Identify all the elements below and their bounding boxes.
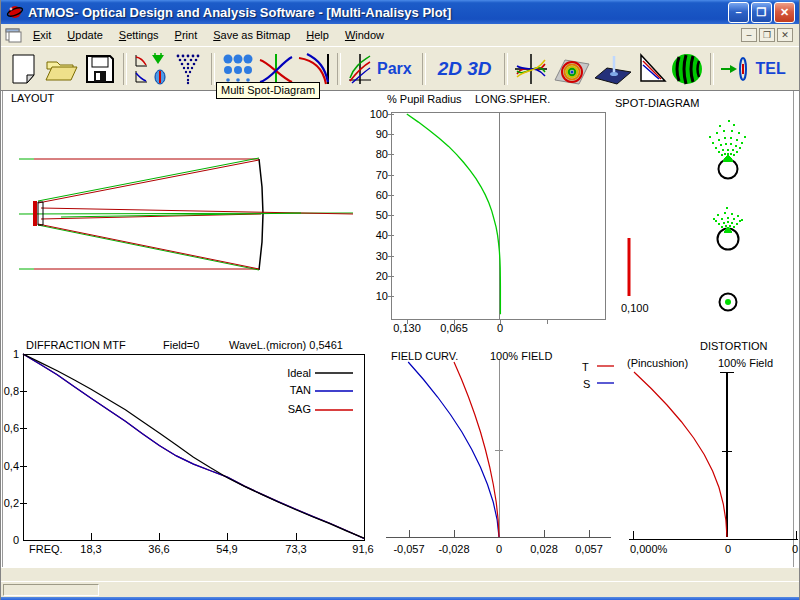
mtf-ytick: 1 [1,348,19,360]
tooltip-multi-spot-diagram: Multi Spot-Diagram [216,82,320,99]
scroll-strip [1,567,799,581]
mtf-ytick: 0 [1,534,19,546]
menu-exit[interactable]: Exit [25,26,59,44]
restore-button[interactable]: ❐ [751,2,772,23]
spot-fan-icon [175,53,201,85]
pupil-xtick: 0,065 [439,322,469,334]
toolbar-separator [211,53,215,85]
mtf-legend-sag: SAG [271,403,311,415]
new-document-button[interactable] [5,50,43,88]
distortion-xtick: 0,000% [630,543,667,555]
fieldcurv-xtick: 0 [494,543,504,555]
field-curves-icon [297,52,331,86]
fieldcurv-xtick: -0,028 [434,543,474,555]
pupil-xtick: 0,130 [392,322,422,334]
multi-spot-diagram-icon [220,52,256,86]
app-window: ATMOS- Optical Design and Analysis Softw… [0,0,800,600]
distortion-xtick: 0 [723,543,733,555]
fieldcurv-subtitle: 100% FIELD [490,350,552,362]
mtf-legend-ideal: Ideal [271,367,311,379]
mtf-xlabel: FREQ. [29,543,63,555]
menu-help[interactable]: Help [298,26,337,44]
multi-analysis-icon [133,52,167,86]
fieldcurv-legend-lines [597,366,614,383]
minimize-button[interactable]: – [728,2,749,23]
mdi-minimize-button[interactable]: – [741,28,757,42]
parx-label[interactable]: Parx [377,60,412,78]
interferogram-button[interactable] [550,50,592,88]
parx-plot-icon [347,52,373,86]
menu-save-as-bitmap[interactable]: Save as Bitmap [205,26,298,44]
menu-window[interactable]: Window [337,26,392,44]
mtf-field-label: Field=0 [163,339,199,351]
fieldcurv-xtick: 0,057 [571,543,607,555]
mtf-axes [20,354,364,540]
distortion-axes [629,372,798,539]
psf-button[interactable] [592,50,634,88]
mtf-ytick: 0,4 [1,460,19,472]
toolbar-separator [123,53,127,85]
window-title: ATMOS- Optical Design and Analysis Softw… [28,5,728,20]
client-right-edge [793,91,794,567]
spot-diagram-marks [629,160,739,311]
fieldcurv-xtick: -0,057 [389,543,429,555]
mtf-title: DIFFRACTION MTF [26,339,126,351]
psf-3d-icon [593,52,633,86]
mdi-close-button[interactable]: ✕ [777,28,793,42]
toolbar: Parx 2D 3D [1,46,799,90]
mtf-ytick: 0,2 [1,497,19,509]
parx-plot-button[interactable] [345,50,375,88]
triangle-plot-button[interactable] [634,50,668,88]
mdi-document-icon[interactable] [5,28,22,43]
open-folder-icon [45,54,79,84]
mdi-restore-button[interactable]: ❐ [759,28,775,42]
mtf-ytick: 0,8 [1,385,19,397]
title-bar: ATMOS- Optical Design and Analysis Softw… [1,0,799,24]
pupil-ytick: 60 [366,189,388,201]
mtf-xtick: 73,3 [281,543,311,555]
triangle-plot-icon [635,53,667,85]
save-button[interactable] [81,50,119,88]
spot-scale-label: 0,100 [621,302,649,314]
mtf-xtick: 91,6 [348,543,378,555]
plot-client-area: LAYOUT % Pupil Radius LONG.SPHER. SPOT-D… [1,90,799,567]
fieldcurv-legend-s: S [583,378,590,390]
2d-3d-label[interactable]: 2D 3D [438,58,492,80]
longspher-title: LONG.SPHER. [475,93,550,105]
mtf-ytick: 0,6 [1,422,19,434]
pupil-ytick: 40 [366,229,388,241]
open-button[interactable] [43,50,81,88]
mtf-legend-lines [315,373,353,410]
save-icon [85,54,115,84]
toolbar-separator [710,53,714,85]
fringes-button[interactable] [668,50,706,88]
spot-fan-button[interactable] [169,50,207,88]
fieldcurv-axes [386,360,611,537]
toolbar-separator [337,53,341,85]
tel-label[interactable]: TEL [756,60,786,78]
interferogram-icon [551,52,591,86]
fieldcurv-title: FIELD CURV. [391,350,458,362]
distortion-xtick: 0 [790,543,800,555]
tel-lens-button[interactable] [718,50,750,88]
ray-fan-button[interactable] [512,50,550,88]
pupil-ytick: 50 [366,209,388,221]
multi-analysis-button[interactable] [131,50,169,88]
pupil-ytick: 80 [366,148,388,160]
menu-update[interactable]: Update [59,26,110,44]
fieldcurv-xtick: 0,028 [526,543,562,555]
close-button[interactable]: ✕ [774,2,795,23]
app-logo-icon [6,3,24,21]
status-bar [1,581,799,597]
pupil-radius-axis-label: % Pupil Radius [387,93,462,105]
ray-intersection-icon [258,52,294,86]
mtf-xtick: 18,3 [76,543,106,555]
menu-print[interactable]: Print [167,26,206,44]
toolbar-separator [504,53,508,85]
pupil-xtick: 0 [495,322,505,334]
menu-bar: Exit Update Settings Print Save as Bitma… [1,24,799,46]
menu-settings[interactable]: Settings [111,26,167,44]
pupil-ytick: 20 [366,270,388,282]
ray-fan-icon [513,52,549,86]
pupil-ytick: 10 [366,290,388,302]
